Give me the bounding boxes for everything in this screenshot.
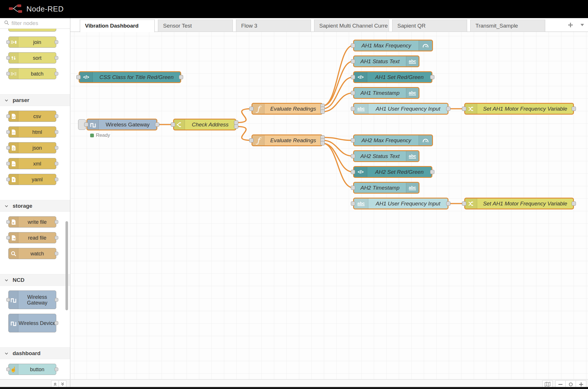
palette-node-yaml[interactable]: Yyaml [8, 174, 56, 185]
flow-tab-sapient-qr[interactable]: Sapient QR [392, 20, 467, 32]
flow-node-css-class[interactable]: </>CSS Class for Title Red/Green [79, 71, 181, 83]
flow-node-ah2-ts[interactable]: abcAH2 Timestamp [353, 182, 419, 194]
input-port[interactable] [249, 107, 254, 111]
input-port[interactable] [462, 201, 466, 206]
switch-icon [176, 121, 183, 128]
output-port[interactable] [155, 122, 159, 127]
flow-node-ah2-status[interactable]: abcAH2 Status Text [353, 150, 419, 162]
palette-category-parser[interactable]: parser [0, 94, 70, 106]
palette-node-label: join [18, 37, 56, 47]
palette-node-label: batch [18, 68, 56, 79]
palette-category-storage[interactable]: storage [0, 200, 70, 212]
flow-node-ah2-set[interactable]: </>AH2 Set Red/Green [353, 166, 432, 178]
output-port [55, 178, 58, 181]
output-port[interactable] [572, 107, 576, 111]
wire[interactable] [323, 93, 353, 112]
input-port[interactable] [249, 138, 254, 142]
palette-node-csv[interactable]: 1,2csv [8, 111, 56, 122]
flow-node-ah1-ts[interactable]: abcAH1 Timestamp [353, 87, 419, 99]
flow-menu-caret-down-icon[interactable] [581, 24, 584, 26]
flow-node-ah1-max[interactable]: AH1 Max Frequency [353, 40, 433, 51]
flow-node-set-motor-bottom[interactable]: Set AH1 Motor Frequency Variable [464, 198, 574, 209]
palette-node-watch[interactable]: watch [8, 248, 56, 259]
add-flow-button[interactable] [568, 22, 573, 28]
input-port [6, 236, 10, 240]
file-read-icon [10, 234, 17, 241]
palette-node-batch[interactable]: batch [8, 68, 56, 79]
wire[interactable] [236, 126, 252, 140]
flow-tab-sapient-multi-channel-curre[interactable]: Sapient Multi Channel Curre [314, 20, 389, 32]
node-label: Wireless Gateway [99, 120, 156, 130]
palette-node-join[interactable]: join [8, 36, 56, 48]
palette-node-wireless-gateway[interactable]: Wireless Gateway [8, 290, 56, 309]
palette-node-xml[interactable]: <>xml [8, 158, 56, 169]
palette-node-wireless-device[interactable]: Wireless Device [8, 314, 56, 332]
input-port[interactable] [462, 107, 466, 111]
flow-node-eval-top[interactable]: ƒEvaluate Readings [252, 103, 323, 115]
palette-node-sort[interactable]: sort [8, 52, 56, 63]
output-port[interactable] [446, 201, 450, 206]
output-port[interactable] [234, 124, 238, 129]
flow-canvas[interactable]: </>CSS Class for Title Red/GreenWireless… [71, 32, 588, 379]
wire[interactable] [323, 140, 353, 156]
wire[interactable] [323, 46, 353, 106]
palette-node-html[interactable]: <>html [8, 126, 56, 138]
flow-tab-sensor-test[interactable]: Sensor Test [158, 20, 233, 32]
filter-nodes-input[interactable] [11, 20, 63, 26]
search-icon [4, 20, 9, 26]
input-port[interactable] [351, 154, 355, 158]
input-port[interactable] [351, 43, 355, 48]
input-port[interactable] [84, 122, 88, 127]
flow-tab-flow-3[interactable]: Flow 3 [236, 20, 311, 32]
wire[interactable] [323, 143, 353, 188]
output-port[interactable] [446, 107, 450, 111]
input-port[interactable] [351, 91, 355, 95]
palette-category-dashboard[interactable]: dashboard [0, 347, 70, 359]
svg-text:1,2: 1,2 [12, 115, 15, 118]
square-wave-icon [10, 296, 17, 303]
flow-node-set-motor-top[interactable]: Set AH1 Motor Frequency Variable [464, 103, 574, 115]
input-port [6, 40, 10, 44]
input-port[interactable] [351, 138, 355, 142]
output-port[interactable] [179, 75, 183, 79]
palette-node-label: Wireless Device [18, 314, 56, 332]
output-port[interactable] [320, 109, 325, 114]
flow-node-check-address[interactable]: Check Address [173, 119, 236, 130]
flow-node-ah1-input-top[interactable]: abcAH1 User Frequency Input [353, 103, 448, 115]
code-icon: </> [357, 170, 363, 175]
output-port[interactable] [320, 141, 325, 145]
palette-node-read-file[interactable]: read file [8, 232, 56, 243]
output-port[interactable] [430, 170, 434, 174]
palette-category-NCD[interactable]: NCD [0, 274, 70, 286]
wire[interactable] [323, 137, 353, 140]
input-port[interactable] [351, 75, 355, 79]
flow-node-wireless-gateway[interactable]: Wireless Gateway [86, 119, 157, 130]
file-y-icon: Y [10, 176, 17, 183]
flow-node-eval-bottom[interactable]: ƒEvaluate Readings [252, 134, 323, 146]
output-port [55, 162, 58, 165]
input-port[interactable] [351, 170, 355, 174]
flow-tab-vibration-dashboard[interactable]: Vibration Dashboard [80, 20, 155, 32]
input-port[interactable] [351, 59, 355, 63]
palette-node-json[interactable]: {}json [8, 142, 56, 153]
flow-node-ah1-status[interactable]: abcAH1 Status Text [353, 55, 419, 67]
flow-node-ah1-set[interactable]: </>AH1 Set Red/Green [353, 71, 432, 83]
wire[interactable] [236, 109, 252, 123]
input-port[interactable] [76, 75, 81, 79]
output-port[interactable] [572, 201, 576, 206]
flow-node-ah2-max[interactable]: AH2 Max Frequency [353, 134, 433, 146]
node-label: AH2 Status Text [354, 151, 406, 161]
input-port[interactable] [351, 201, 355, 206]
flow-node-ah1-input-bottom[interactable]: abcAH1 User Frequency Input [353, 198, 448, 209]
output-port[interactable] [234, 120, 238, 125]
input-port[interactable] [171, 122, 175, 127]
input-port[interactable] [351, 107, 355, 111]
wire[interactable] [323, 61, 353, 106]
input-port[interactable] [351, 186, 355, 190]
output-port[interactable] [430, 75, 434, 79]
palette-node-button[interactable]: ☝button [8, 364, 56, 375]
palette-node-label: button [18, 364, 56, 375]
palette-scrollbar[interactable] [65, 221, 68, 310]
palette-node-write-file[interactable]: write file [8, 216, 56, 228]
flow-tab-transmit-sample[interactable]: Transmit_Sample [470, 20, 545, 32]
